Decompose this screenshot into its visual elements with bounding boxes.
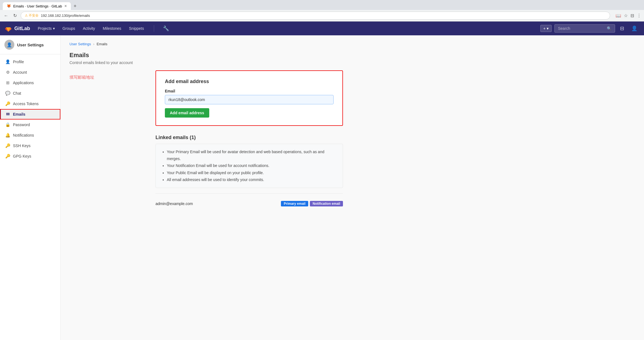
sidebar-item-chat[interactable]: 💬 Chat bbox=[0, 88, 60, 99]
sidebar-label-access-tokens: Access Tokens bbox=[13, 102, 39, 106]
new-tab-btn[interactable]: + bbox=[72, 3, 78, 9]
left-column: 填写邮箱地址 bbox=[69, 70, 147, 80]
sidebar-label-chat: Chat bbox=[13, 91, 21, 95]
applications-icon: ⊞ bbox=[5, 80, 10, 85]
nav-snippets[interactable]: Snippets bbox=[126, 24, 147, 33]
email-input[interactable] bbox=[165, 95, 334, 104]
ssh-icon: 🔑 bbox=[5, 143, 10, 148]
sidebar-label-notifications: Notifications bbox=[13, 133, 34, 137]
access-tokens-icon: 🔑 bbox=[5, 101, 10, 106]
info-box: Your Primary Email will be used for avat… bbox=[155, 144, 343, 188]
nav-activity[interactable]: Activity bbox=[80, 24, 98, 33]
section-description: Control emails linked to your account bbox=[69, 60, 635, 65]
browser-actions: 📖 ☆ ⊟ ⋮ bbox=[616, 13, 641, 18]
breadcrumb-current: Emails bbox=[96, 42, 107, 46]
info-item-4: All email addresses will be used to iden… bbox=[167, 176, 337, 183]
avatar: 👤 bbox=[4, 40, 14, 50]
gitlab-navbar: GitLab Projects ▾ Groups Activity Milest… bbox=[0, 22, 644, 35]
section-header: Emails Control emails linked to your acc… bbox=[69, 52, 635, 65]
search-icon: 🔍 bbox=[607, 26, 611, 31]
security-warning: ⚠ 不安全 bbox=[25, 13, 39, 18]
info-item-3: Your Public Email will be displayed on y… bbox=[167, 169, 337, 176]
page-title: Emails bbox=[69, 52, 635, 59]
browser-chrome: 🦊 Emails · User Settings · GitLab ✕ + bbox=[0, 0, 644, 10]
nav-groups[interactable]: Groups bbox=[59, 24, 79, 33]
breadcrumb-parent[interactable]: User Settings bbox=[69, 42, 91, 46]
tab-close-btn[interactable]: ✕ bbox=[64, 4, 67, 8]
refresh-button[interactable]: ↻ bbox=[12, 12, 18, 19]
sidebar-item-account[interactable]: ⚙ Account bbox=[0, 67, 60, 78]
user-icon[interactable]: 👤 bbox=[629, 24, 640, 33]
tab-bar: 🦊 Emails · User Settings · GitLab ✕ + bbox=[3, 2, 78, 10]
layout-icon[interactable]: ⊟ bbox=[618, 24, 626, 33]
app-layout: 👤 User Settings 👤 Profile ⚙ Account ⊞ Ap… bbox=[0, 35, 644, 340]
email-row: admin@example.com Primary email Notifica… bbox=[155, 198, 343, 209]
reader-mode-btn[interactable]: 📖 bbox=[616, 13, 621, 18]
sidebar: 👤 User Settings 👤 Profile ⚙ Account ⊞ Ap… bbox=[0, 35, 61, 340]
sidebar-label-applications: Applications bbox=[13, 81, 34, 85]
primary-email-badge: Primary email bbox=[281, 201, 308, 206]
section-divider bbox=[155, 193, 343, 194]
gpg-icon: 🔑 bbox=[5, 154, 10, 159]
wrench-icon[interactable]: 🔧 bbox=[161, 24, 171, 33]
nav-divider bbox=[154, 25, 154, 32]
account-icon: ⚙ bbox=[5, 70, 10, 75]
sidebar-toggle-btn[interactable]: ⊟ bbox=[630, 13, 634, 18]
sidebar-item-ssh-keys[interactable]: 🔑 SSH Keys bbox=[0, 140, 60, 151]
address-bar[interactable]: ⚠ 不安全 192.168.182.130/profile/emails bbox=[21, 12, 610, 20]
nav-milestones[interactable]: Milestones bbox=[100, 24, 125, 33]
email-badges: Primary email Notification email bbox=[281, 201, 343, 206]
notification-email-badge: Notification email bbox=[310, 201, 343, 206]
nav-projects[interactable]: Projects ▾ bbox=[34, 24, 58, 33]
sidebar-item-emails[interactable]: ✉ Emails bbox=[0, 109, 60, 119]
sidebar-label-profile: Profile bbox=[13, 60, 24, 64]
nav-links: Projects ▾ Groups Activity Milestones Sn… bbox=[34, 24, 147, 33]
info-item-2: Your Notification Email will be used for… bbox=[167, 162, 337, 169]
sidebar-item-access-tokens[interactable]: 🔑 Access Tokens bbox=[0, 99, 60, 109]
email-address: admin@example.com bbox=[155, 201, 193, 206]
sidebar-header: 👤 User Settings bbox=[0, 35, 60, 54]
breadcrumb-separator: › bbox=[93, 42, 94, 46]
email-form-label: Email bbox=[165, 89, 334, 93]
main-content: User Settings › Emails Emails Control em… bbox=[61, 35, 644, 340]
sidebar-item-applications[interactable]: ⊞ Applications bbox=[0, 78, 60, 88]
active-tab[interactable]: 🦊 Emails · User Settings · GitLab ✕ bbox=[3, 2, 71, 10]
profile-icon: 👤 bbox=[5, 59, 10, 64]
add-email-card: Add email address Email Add email addres… bbox=[155, 70, 343, 126]
back-button[interactable]: ← bbox=[3, 12, 9, 19]
url-text: 192.168.182.130/profile/emails bbox=[41, 14, 90, 18]
content-grid: 填写邮箱地址 Add email address Email Add email… bbox=[69, 70, 635, 209]
sidebar-label-account: Account bbox=[13, 70, 27, 75]
annotation-text: 填写邮箱地址 bbox=[69, 75, 147, 80]
gitlab-logo[interactable]: GitLab bbox=[4, 25, 30, 32]
sidebar-item-notifications[interactable]: 🔔 Notifications bbox=[0, 130, 60, 140]
sidebar-label-emails: Emails bbox=[13, 112, 25, 116]
search-input[interactable] bbox=[558, 26, 605, 31]
bookmark-btn[interactable]: ☆ bbox=[624, 13, 628, 18]
chat-icon: 💬 bbox=[5, 91, 10, 96]
sidebar-nav: 👤 Profile ⚙ Account ⊞ Applications 💬 Cha… bbox=[0, 54, 60, 164]
address-bar-row: ← ↻ ⚠ 不安全 192.168.182.130/profile/emails… bbox=[0, 10, 644, 22]
add-email-button[interactable]: Add email address bbox=[165, 108, 209, 118]
sidebar-item-profile[interactable]: 👤 Profile bbox=[0, 57, 60, 67]
notifications-icon: 🔔 bbox=[5, 133, 10, 138]
linked-emails-section: Linked emails (1) Your Primary Email wil… bbox=[155, 135, 343, 209]
gitlab-logo-icon bbox=[4, 25, 12, 32]
sidebar-label-gpg-keys: GPG Keys bbox=[13, 154, 31, 158]
password-icon: 🔒 bbox=[5, 122, 10, 127]
sidebar-title: User Settings bbox=[17, 42, 44, 47]
nav-right: + ▾ 🔍 ⊟ 👤 bbox=[540, 24, 640, 33]
tab-favicon: 🦊 bbox=[7, 4, 11, 8]
info-item-1: Your Primary Email will be used for avat… bbox=[167, 148, 337, 162]
add-button[interactable]: + ▾ bbox=[540, 25, 552, 32]
sidebar-label-ssh-keys: SSH Keys bbox=[13, 144, 31, 148]
tab-label: Emails · User Settings · GitLab bbox=[13, 4, 62, 8]
sidebar-item-gpg-keys[interactable]: 🔑 GPG Keys bbox=[0, 151, 60, 161]
breadcrumb: User Settings › Emails bbox=[69, 42, 635, 46]
menu-btn[interactable]: ⋮ bbox=[637, 13, 641, 18]
right-column: Add email address Email Add email addres… bbox=[155, 70, 635, 209]
card-title: Add email address bbox=[165, 79, 334, 84]
search-box[interactable]: 🔍 bbox=[554, 24, 615, 33]
sidebar-item-password[interactable]: 🔒 Password bbox=[0, 119, 60, 130]
linked-emails-title: Linked emails (1) bbox=[155, 135, 343, 140]
